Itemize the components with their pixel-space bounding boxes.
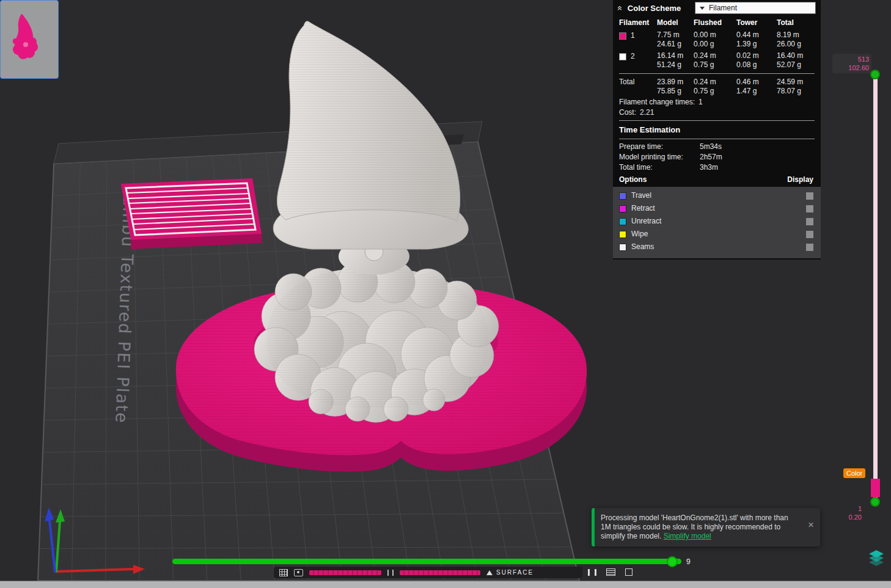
options-list: Travel Retract Unretract Wipe Seams xyxy=(613,187,821,258)
model-printing-time: Model printing time: 2h57m xyxy=(613,152,821,162)
layers-view-button[interactable] xyxy=(868,550,885,567)
filament-change-times: Filament change times: 1 xyxy=(613,97,821,107)
option-wipe: Wipe xyxy=(619,228,813,241)
pause-icon[interactable] xyxy=(588,569,596,576)
window-bottom-edge xyxy=(0,581,891,588)
color-scheme-dropdown-value: Filament xyxy=(709,4,737,13)
step-slider-handle[interactable] xyxy=(667,556,678,567)
table-header-row: Filament Model Flushed Tower Total xyxy=(619,16,815,29)
step-slider-value: 9 xyxy=(686,557,691,566)
retract-display-checkbox[interactable] xyxy=(806,205,813,212)
layer-slider-top-values: 513 102.60 xyxy=(832,54,871,73)
step-slider-track[interactable] xyxy=(172,559,681,564)
layer-feature-legend: SURFACE xyxy=(274,567,582,578)
prime-tower[interactable] xyxy=(121,178,262,249)
seams-display-checkbox[interactable] xyxy=(806,244,813,251)
grid-view-icon[interactable] xyxy=(279,569,288,576)
retract-color-swatch xyxy=(619,205,626,212)
slicer-preview-window: Bambu Textured PEI Plate xyxy=(0,0,891,588)
panel-title: Color Scheme xyxy=(628,4,681,13)
options-title: Options xyxy=(619,175,647,184)
option-retract: Retract xyxy=(619,202,813,215)
surface-label: SURFACE xyxy=(496,569,534,576)
plate-thumbnail[interactable] xyxy=(0,0,59,79)
simplify-model-link[interactable]: Simplify model xyxy=(664,532,711,540)
prepare-time: Prepare time: 5m34s xyxy=(613,142,821,152)
triangle-icon xyxy=(486,570,493,575)
close-icon[interactable]: × xyxy=(808,520,814,529)
notification-toast: Processing model 'HeartOnGnome2(1).stl' … xyxy=(592,508,820,546)
layer-slider-bottom-handle[interactable] xyxy=(870,497,880,507)
option-travel: Travel xyxy=(619,189,813,202)
layer-slider-top-handle[interactable] xyxy=(870,70,880,79)
layer-color-tag: Color xyxy=(843,468,865,478)
chevron-down-icon xyxy=(700,7,705,10)
travel-display-checkbox[interactable] xyxy=(806,192,813,200)
filament-timeline-strip xyxy=(309,570,381,575)
color-scheme-panel: « Color Scheme Filament Filament Model F… xyxy=(613,0,821,260)
filament-2-swatch xyxy=(619,53,626,60)
layer-slider-bottom-values: 1 0.20 xyxy=(835,504,862,521)
collapse-panel-icon[interactable]: « xyxy=(615,5,625,10)
wipe-color-swatch xyxy=(619,231,626,238)
seams-color-swatch xyxy=(619,244,626,251)
time-estimation-title: Time Estimation xyxy=(613,123,821,136)
cost: Cost: 2.21 xyxy=(613,107,821,118)
travel-color-swatch xyxy=(619,192,626,200)
filament-row-1: 1 7.75 m24.61 g 0.00 m0.00 g 0.44 m1.39 … xyxy=(619,29,815,50)
color-scheme-dropdown[interactable]: Filament xyxy=(695,2,816,14)
layer-slider-track[interactable] xyxy=(873,77,878,502)
option-seams: Seams xyxy=(619,241,813,253)
total-row: Total 23.89 m75.85 g 0.24 m0.75 g 0.46 m… xyxy=(619,76,815,97)
pause-marker-icon xyxy=(387,570,394,576)
thumbnail-gnome-image xyxy=(3,10,52,71)
option-unretract: Unretract xyxy=(619,215,813,228)
filament-usage-table: Filament Model Flushed Tower Total 1 7.7… xyxy=(613,16,821,97)
layers-icon xyxy=(868,550,885,567)
current-layer-color-chip xyxy=(871,479,880,497)
model-gnome[interactable] xyxy=(254,21,499,423)
snapshot-icon[interactable] xyxy=(294,569,303,576)
filament-1-swatch xyxy=(619,32,626,40)
filament-timeline-strip xyxy=(400,570,480,575)
wipe-display-checkbox[interactable] xyxy=(806,231,813,238)
display-column-label: Display xyxy=(787,175,813,184)
filament-row-2: 2 16.14 m51.24 g 0.24 m0.75 g 0.02 m0.08… xyxy=(619,50,815,71)
frame-icon[interactable] xyxy=(625,568,632,576)
legend-side-icons xyxy=(588,568,632,576)
layer-list-icon[interactable] xyxy=(606,568,615,576)
unretract-display-checkbox[interactable] xyxy=(806,218,813,225)
unretract-color-swatch xyxy=(619,218,626,225)
total-time: Total time: 3h3m xyxy=(613,162,821,173)
